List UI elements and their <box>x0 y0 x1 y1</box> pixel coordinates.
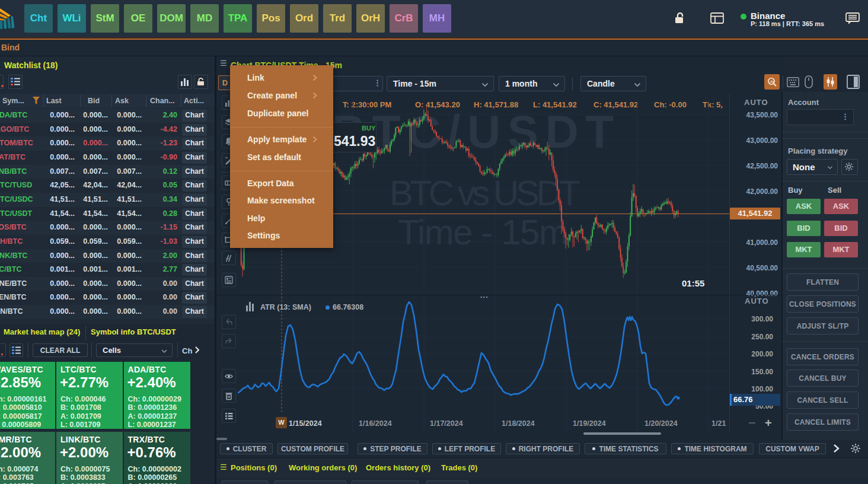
svg-text:BTC vs USDT: BTC vs USDT <box>390 173 580 213</box>
svg-text:Time - 15m: Time - 15m <box>398 212 569 252</box>
